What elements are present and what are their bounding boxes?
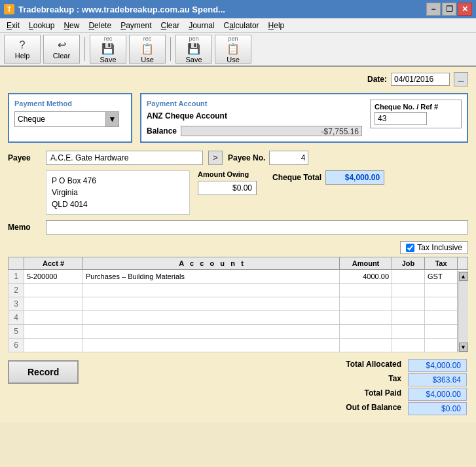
account-input[interactable] <box>86 314 329 322</box>
account-input[interactable] <box>86 286 329 294</box>
record-button[interactable]: Record <box>8 360 79 384</box>
amount-input[interactable] <box>342 314 389 322</box>
cheque-total-input[interactable] <box>325 170 384 185</box>
row-acct[interactable] <box>24 339 83 352</box>
row-tax[interactable] <box>425 325 458 339</box>
account-input[interactable] <box>86 300 329 308</box>
amount-input[interactable] <box>342 286 389 294</box>
clear-button[interactable]: ↩ Clear <box>43 35 80 64</box>
row-amount[interactable] <box>340 284 392 297</box>
tax-inclusive-container[interactable]: Tax Inclusive <box>400 241 468 254</box>
date-picker-button[interactable]: ... <box>454 72 468 86</box>
tax-input[interactable] <box>428 300 454 308</box>
memo-input[interactable] <box>46 220 468 234</box>
row-account[interactable] <box>83 325 340 339</box>
row-account[interactable] <box>83 284 340 297</box>
menubar: Exit Lookup New Delete Payment Clear Jou… <box>0 18 476 33</box>
row-amount[interactable] <box>340 339 392 352</box>
tax-input[interactable] <box>428 327 454 335</box>
job-input[interactable] <box>395 300 422 308</box>
row-job[interactable] <box>392 297 425 311</box>
account-input[interactable] <box>86 272 329 280</box>
job-input[interactable] <box>395 314 422 322</box>
amount-owing-input[interactable] <box>198 181 257 195</box>
acct-input[interactable] <box>27 300 80 308</box>
tax-input[interactable] <box>428 286 454 294</box>
restore-button[interactable]: ❐ <box>442 3 456 16</box>
minimize-button[interactable]: − <box>426 3 441 16</box>
date-input[interactable] <box>391 73 450 86</box>
row-amount[interactable] <box>340 311 392 325</box>
row-tax[interactable] <box>425 297 458 311</box>
help-button[interactable]: ? Help <box>4 35 41 64</box>
row-job[interactable] <box>392 270 425 284</box>
scrollbar-up[interactable]: ▲ <box>459 272 468 281</box>
acct-input[interactable] <box>27 327 80 335</box>
row-acct[interactable] <box>24 270 83 284</box>
acct-input[interactable] <box>27 341 80 349</box>
job-input[interactable] <box>395 272 422 280</box>
pen-save-button[interactable]: pen 💾 Save <box>175 35 212 64</box>
row-acct[interactable] <box>24 284 83 297</box>
cheque-ref-input[interactable] <box>375 112 427 125</box>
row-tax[interactable] <box>425 339 458 352</box>
amount-input[interactable] <box>342 272 389 280</box>
amount-input[interactable] <box>342 327 389 335</box>
row-amount[interactable] <box>340 325 392 339</box>
pen-use-button[interactable]: pen 📋 Use <box>215 35 251 64</box>
row-account[interactable] <box>83 339 340 352</box>
acct-input[interactable] <box>27 314 80 322</box>
clear-label: Clear <box>53 52 70 60</box>
payee-lookup-button[interactable]: > <box>208 151 223 165</box>
menu-clear[interactable]: Clear <box>157 20 184 31</box>
acct-input[interactable] <box>27 272 80 280</box>
row-tax[interactable] <box>425 284 458 297</box>
menu-exit[interactable]: Exit <box>3 20 24 31</box>
row-acct[interactable] <box>24 311 83 325</box>
amount-input[interactable] <box>342 341 389 349</box>
menu-lookup[interactable]: Lookup <box>25 20 58 31</box>
menu-payment[interactable]: Payment <box>117 20 155 31</box>
row-acct[interactable] <box>24 325 83 339</box>
job-input[interactable] <box>395 341 422 349</box>
row-job[interactable] <box>392 284 425 297</box>
row-job[interactable] <box>392 325 425 339</box>
tax-input[interactable] <box>428 341 454 349</box>
close-button[interactable]: ✕ <box>458 3 472 16</box>
row-account[interactable] <box>83 311 340 325</box>
menu-help[interactable]: Help <box>265 20 289 31</box>
memo-row: Memo <box>8 220 468 234</box>
rec-save-button[interactable]: rec 💾 Save <box>90 35 126 64</box>
account-input[interactable] <box>86 327 329 335</box>
account-input[interactable] <box>86 341 329 349</box>
job-input[interactable] <box>395 327 422 335</box>
row-account[interactable] <box>83 270 340 284</box>
menu-journal[interactable]: Journal <box>185 20 218 31</box>
row-tax[interactable] <box>425 270 458 284</box>
row-job[interactable] <box>392 339 425 352</box>
scrollbar-down[interactable]: ▼ <box>459 343 468 352</box>
job-input[interactable] <box>395 286 422 294</box>
row-account[interactable] <box>83 297 340 311</box>
tax-input[interactable] <box>428 314 454 322</box>
col-header-scroll <box>458 257 468 270</box>
acct-input[interactable] <box>27 286 80 294</box>
amount-input[interactable] <box>342 300 389 308</box>
row-tax[interactable] <box>425 311 458 325</box>
menu-delete[interactable]: Delete <box>84 20 115 31</box>
row-amount[interactable] <box>340 270 392 284</box>
use-icon: 📋 <box>141 43 154 55</box>
menu-calculator[interactable]: Calculator <box>220 20 263 31</box>
row-acct[interactable] <box>24 297 83 311</box>
rec-use-button[interactable]: rec 📋 Use <box>129 35 166 64</box>
payment-method-dropdown[interactable]: Cheque <box>15 113 105 125</box>
row-job[interactable] <box>392 311 425 325</box>
payment-method-select[interactable]: Cheque ▼ <box>14 111 119 127</box>
tax-input[interactable] <box>428 272 454 280</box>
payee-input[interactable] <box>46 151 203 165</box>
payee-no-input[interactable] <box>269 151 308 165</box>
row-amount[interactable] <box>340 297 392 311</box>
dropdown-arrow[interactable]: ▼ <box>105 112 119 126</box>
tax-inclusive-checkbox[interactable] <box>406 244 414 252</box>
menu-new[interactable]: New <box>60 20 83 31</box>
